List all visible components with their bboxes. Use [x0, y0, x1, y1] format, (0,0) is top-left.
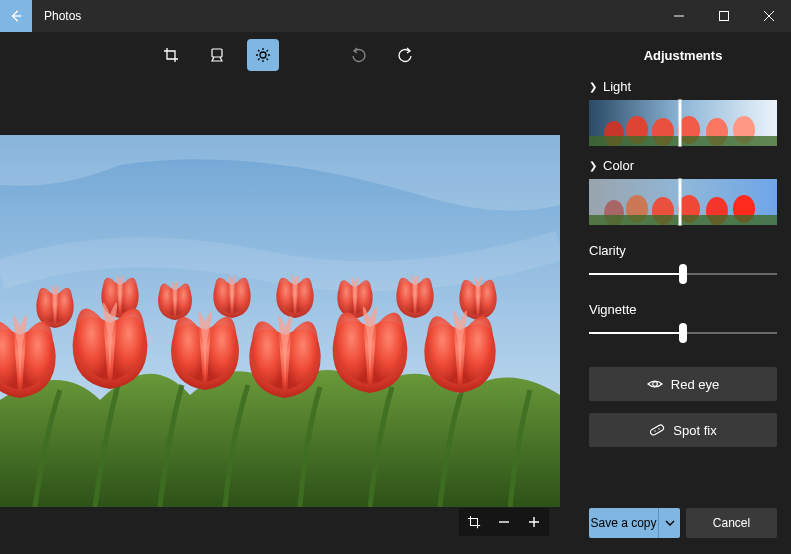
- light-marker[interactable]: [679, 100, 681, 146]
- bandage-icon: [649, 422, 665, 438]
- minimize-button[interactable]: [656, 0, 701, 32]
- redo-icon: [397, 47, 413, 63]
- tool-group-left: [155, 39, 279, 71]
- light-label: Light: [603, 79, 631, 94]
- workspace: Adjustments ❯ Light: [0, 32, 791, 554]
- slider-handle[interactable]: [679, 323, 687, 343]
- filters-icon: [209, 47, 225, 63]
- svg-point-23: [659, 428, 660, 429]
- color-section: ❯ Color: [589, 158, 777, 225]
- undo-icon: [351, 47, 367, 63]
- svg-rect-0: [719, 12, 728, 21]
- color-label: Color: [603, 158, 634, 173]
- light-toggle[interactable]: ❯ Light: [589, 79, 777, 94]
- adjustments-tool-button[interactable]: [247, 39, 279, 71]
- chevron-right-icon: ❯: [589, 81, 597, 92]
- undo-button[interactable]: [343, 39, 375, 71]
- panel-title: Adjustments: [589, 32, 777, 79]
- slider-handle[interactable]: [679, 264, 687, 284]
- cancel-button[interactable]: Cancel: [686, 508, 777, 538]
- svg-point-2: [260, 52, 266, 58]
- minus-icon: [498, 516, 510, 528]
- chevron-right-icon: ❯: [589, 160, 597, 171]
- color-marker[interactable]: [679, 179, 681, 225]
- canvas-area: [0, 32, 575, 554]
- slider-fill: [589, 332, 683, 334]
- red-eye-label: Red eye: [671, 377, 719, 392]
- save-dropdown-button[interactable]: [658, 508, 680, 538]
- redo-button[interactable]: [389, 39, 421, 71]
- chevron-down-icon: [665, 518, 675, 528]
- edit-toolbar: [0, 32, 575, 78]
- crop-tool-button[interactable]: [155, 39, 187, 71]
- close-icon: [764, 11, 774, 21]
- tool-group-right: [343, 39, 421, 71]
- vignette-slider[interactable]: [589, 323, 777, 343]
- svg-rect-11: [589, 136, 777, 146]
- close-button[interactable]: [746, 0, 791, 32]
- adjustments-panel: Adjustments ❯ Light: [575, 32, 791, 554]
- fit-icon: [467, 515, 481, 529]
- photo-canvas[interactable]: [0, 135, 560, 507]
- arrow-left-icon: [9, 9, 23, 23]
- clarity-section: Clarity: [589, 237, 777, 284]
- brightness-icon: [255, 47, 271, 63]
- photo-stage: [0, 78, 575, 554]
- vignette-label: Vignette: [589, 302, 777, 317]
- light-section: ❯ Light: [589, 79, 777, 146]
- svg-rect-19: [589, 215, 777, 225]
- svg-rect-21: [650, 424, 665, 436]
- filters-tool-button[interactable]: [201, 39, 233, 71]
- fit-button[interactable]: [460, 508, 488, 536]
- zoom-bar: [459, 508, 549, 536]
- clarity-slider[interactable]: [589, 264, 777, 284]
- minimize-icon: [674, 11, 684, 21]
- back-button[interactable]: [0, 0, 32, 32]
- color-strip-image: [589, 179, 777, 225]
- red-eye-button[interactable]: Red eye: [589, 367, 777, 401]
- color-preview-strip[interactable]: [589, 179, 777, 225]
- plus-icon: [528, 516, 540, 528]
- spot-fix-label: Spot fix: [673, 423, 716, 438]
- save-split-button: Save a copy: [589, 508, 680, 538]
- title-bar: Photos: [0, 0, 791, 32]
- svg-rect-1: [212, 49, 222, 57]
- light-preview-strip[interactable]: [589, 100, 777, 146]
- zoom-out-button[interactable]: [490, 508, 518, 536]
- eye-icon: [647, 376, 663, 392]
- save-button[interactable]: Save a copy: [589, 508, 658, 538]
- app-title: Photos: [32, 0, 656, 32]
- clarity-label: Clarity: [589, 243, 777, 258]
- svg-point-20: [652, 382, 657, 387]
- vignette-section: Vignette: [589, 296, 777, 343]
- slider-fill: [589, 273, 683, 275]
- svg-point-22: [655, 430, 656, 431]
- color-toggle[interactable]: ❯ Color: [589, 158, 777, 173]
- panel-footer: Save a copy Cancel: [589, 492, 777, 538]
- maximize-button[interactable]: [701, 0, 746, 32]
- spot-fix-button[interactable]: Spot fix: [589, 413, 777, 447]
- crop-icon: [163, 47, 179, 63]
- zoom-in-button[interactable]: [520, 508, 548, 536]
- maximize-icon: [719, 11, 729, 21]
- window-controls: [656, 0, 791, 32]
- light-strip-image: [589, 100, 777, 146]
